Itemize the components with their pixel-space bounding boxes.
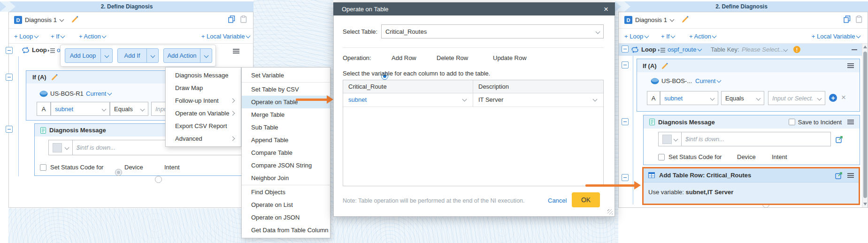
add-if-dropdown[interactable] [147,49,158,62]
menu-item-follow-up-intent[interactable]: Follow-up Intent [166,94,241,107]
add-action-dropdown[interactable] [200,49,212,62]
status-intent-radio[interactable] [155,176,162,183]
add-loop-link[interactable]: + Loop [14,33,38,40]
diagnosis-title[interactable]: Diagnosis 1 [635,16,674,23]
submenu-item-find-objects[interactable]: Find Objects [242,186,330,198]
message-input[interactable]: $intf is down... [681,132,831,146]
edit-pencil-icon[interactable] [71,15,79,23]
menu-item-diagnosis-message[interactable]: Diagnosis Message [166,69,241,82]
submenu-item-merge-table[interactable]: Merge Table [242,108,330,121]
device-scope-select[interactable]: Current [86,90,111,97]
dialog-titlebar[interactable]: Operate on Table × [333,2,615,15]
cell-critical-route-select[interactable]: subnet [348,96,367,103]
copy-icon[interactable] [228,15,235,23]
submenu-item-compare-table[interactable]: Compare Table [242,146,330,159]
message-color-select[interactable] [658,132,682,146]
condition-operator-select[interactable]: Equals [110,102,148,116]
paste-icon[interactable] [856,15,862,23]
ok-button[interactable]: OK [572,192,600,207]
diagnosis-title[interactable]: Diagnosis 1 [25,16,63,23]
add-table-row-block[interactable]: Add Table Row: Critical_Routes Use varia… [642,167,860,205]
screen: 2. Define Diagnosis D Diagnosis 1 + Loop… [0,0,868,243]
submenu-item-neighbor-join[interactable]: Neighbor Join [242,172,330,184]
submenu-item-compare-json-string[interactable]: Compare JSON String [242,159,330,172]
add-condition-icon[interactable]: + [829,94,837,102]
block-menu-icon[interactable] [847,63,854,68]
save-to-incident-checkbox[interactable] [789,119,795,125]
menu-item-operate-on-variable[interactable]: Operate on Variable [166,107,241,120]
scroll-up-icon[interactable] [863,46,867,48]
submenu-item-set-variable[interactable]: Set Variable [242,69,330,82]
chevron-down-icon [140,106,145,111]
cancel-button[interactable]: Cancel [548,197,567,204]
add-action-link[interactable]: + Action [689,33,716,40]
set-status-label: Set Status Code for [50,164,103,171]
message-color-select[interactable] [48,140,73,155]
close-icon[interactable]: × [604,5,608,13]
edit-pencil-icon[interactable] [51,74,58,81]
external-link-icon[interactable] [835,172,843,179]
paste-icon[interactable] [240,15,247,23]
condition-variable-select[interactable]: subnet [660,91,718,105]
add-if-button[interactable]: Add If [117,48,159,63]
scrollbar[interactable] [862,44,868,207]
warning-icon: ! [793,46,800,53]
edit-pencil-icon[interactable] [682,15,689,23]
submenu-item-append-table[interactable]: Append Table [242,134,330,146]
submenu-item-operate-on-table[interactable]: Operate on Table [242,96,330,108]
cell-description-select[interactable]: IT Server [478,96,503,103]
submenu-item-set-table-by-csv[interactable]: Set Table by CSV [242,83,330,96]
device-scope-select[interactable]: Current [695,77,721,84]
collapse-add-table-row-button[interactable] [622,174,629,181]
remove-condition-icon[interactable]: × [841,93,846,101]
set-status-checkbox[interactable] [40,164,46,171]
device-name: US-BOS-... [661,77,692,84]
add-loop-dropdown[interactable] [101,49,112,62]
set-status-checkbox[interactable] [658,154,665,160]
collapse-if-button[interactable] [6,74,13,81]
loop-variable-icon [658,47,666,53]
add-if-link[interactable]: + If [51,33,64,40]
step-chevron-icon [615,1,631,12]
add-local-variable-link[interactable]: + Local Variable [796,33,860,40]
table-key-select[interactable]: Please Select... [742,46,784,53]
submenu-item-get-data-from-table-column[interactable]: Get Data from Table Column [242,224,330,236]
resize-handle[interactable] [607,209,613,214]
block-menu-icon[interactable] [847,173,854,178]
menu-item-export-csv-report[interactable]: Export CSV Report [166,120,241,132]
collapse-message-button[interactable] [6,126,13,133]
loop-row[interactable]: Loop ospf_route Table Key: Please Select… [619,44,862,56]
external-link-icon[interactable] [836,136,843,143]
add-if-link[interactable]: + If [661,33,675,40]
menu-item-draw-map[interactable]: Draw Map [166,82,241,94]
add-local-variable-link[interactable]: + Local Variable [187,33,250,40]
status-device-radio[interactable] [115,169,122,176]
add-action-link[interactable]: + Action [79,33,106,40]
select-table-dropdown[interactable]: Critical_Routes [381,24,604,38]
submenu-item-operate-on-json[interactable]: Operate on JSON [242,211,330,224]
collapse-loop-button[interactable] [622,46,629,53]
block-menu-icon[interactable] [847,120,854,124]
condition-operator-select[interactable]: Equals [721,91,764,105]
copy-icon[interactable] [844,15,851,23]
submenu-item-sub-table[interactable]: Sub Table [242,121,330,134]
scroll-down-icon[interactable] [863,203,867,205]
submenu-item-operate-on-list[interactable]: Operate on List [242,198,330,211]
collapse-message-button[interactable] [622,118,629,125]
add-loop-button[interactable]: Add Loop [65,48,113,63]
loop-variable-select[interactable]: ospf_route [668,46,701,53]
add-row-label: Add Row [392,54,416,61]
condition-variable-select[interactable]: subnet [51,102,110,116]
menu-item-advanced[interactable]: Advanced [166,132,241,145]
condition-value-select[interactable]: Input or Select. [768,91,825,105]
add-loop-link[interactable]: + Loop [624,33,648,40]
edit-pencil-icon[interactable] [661,62,668,69]
add-action-button[interactable]: Add Action [163,48,212,63]
collapse-if-button[interactable] [622,61,629,68]
loop-menu-icon[interactable] [233,49,239,53]
chevron-down-icon [104,53,109,58]
collapse-loop-button[interactable] [6,47,13,54]
scrollbar-thumb[interactable] [863,52,867,198]
chevron-down-icon [60,17,64,22]
collapse-content-icon[interactable] [852,49,857,50]
